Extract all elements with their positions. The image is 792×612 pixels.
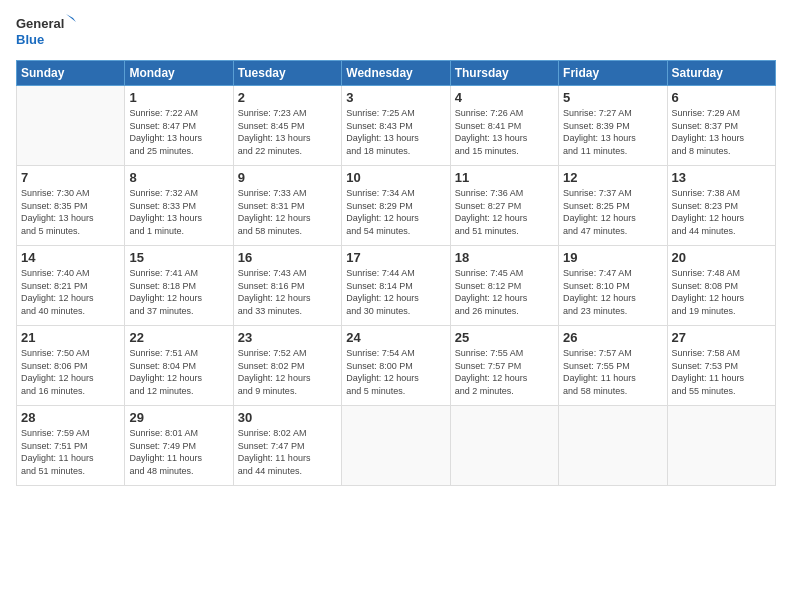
day-number: 25: [455, 330, 554, 345]
calendar-cell: 14Sunrise: 7:40 AM Sunset: 8:21 PM Dayli…: [17, 246, 125, 326]
calendar-cell: 4Sunrise: 7:26 AM Sunset: 8:41 PM Daylig…: [450, 86, 558, 166]
day-info: Sunrise: 7:47 AM Sunset: 8:10 PM Dayligh…: [563, 267, 662, 317]
day-number: 24: [346, 330, 445, 345]
day-number: 8: [129, 170, 228, 185]
day-number: 7: [21, 170, 120, 185]
calendar-cell: 8Sunrise: 7:32 AM Sunset: 8:33 PM Daylig…: [125, 166, 233, 246]
day-number: 27: [672, 330, 771, 345]
day-info: Sunrise: 7:54 AM Sunset: 8:00 PM Dayligh…: [346, 347, 445, 397]
day-number: 14: [21, 250, 120, 265]
calendar-cell: 25Sunrise: 7:55 AM Sunset: 7:57 PM Dayli…: [450, 326, 558, 406]
day-info: Sunrise: 7:34 AM Sunset: 8:29 PM Dayligh…: [346, 187, 445, 237]
day-info: Sunrise: 7:37 AM Sunset: 8:25 PM Dayligh…: [563, 187, 662, 237]
day-info: Sunrise: 7:38 AM Sunset: 8:23 PM Dayligh…: [672, 187, 771, 237]
day-number: 12: [563, 170, 662, 185]
day-number: 4: [455, 90, 554, 105]
calendar-cell: 30Sunrise: 8:02 AM Sunset: 7:47 PM Dayli…: [233, 406, 341, 486]
svg-marker-2: [66, 14, 76, 22]
calendar-cell: 1Sunrise: 7:22 AM Sunset: 8:47 PM Daylig…: [125, 86, 233, 166]
day-number: 29: [129, 410, 228, 425]
calendar-cell: 13Sunrise: 7:38 AM Sunset: 8:23 PM Dayli…: [667, 166, 775, 246]
day-info: Sunrise: 7:52 AM Sunset: 8:02 PM Dayligh…: [238, 347, 337, 397]
day-info: Sunrise: 7:59 AM Sunset: 7:51 PM Dayligh…: [21, 427, 120, 477]
calendar-cell: 12Sunrise: 7:37 AM Sunset: 8:25 PM Dayli…: [559, 166, 667, 246]
day-number: 19: [563, 250, 662, 265]
calendar-cell: 16Sunrise: 7:43 AM Sunset: 8:16 PM Dayli…: [233, 246, 341, 326]
day-info: Sunrise: 7:40 AM Sunset: 8:21 PM Dayligh…: [21, 267, 120, 317]
calendar-cell: 24Sunrise: 7:54 AM Sunset: 8:00 PM Dayli…: [342, 326, 450, 406]
weekday-header: Sunday: [17, 61, 125, 86]
day-number: 1: [129, 90, 228, 105]
weekday-header: Tuesday: [233, 61, 341, 86]
day-info: Sunrise: 7:58 AM Sunset: 7:53 PM Dayligh…: [672, 347, 771, 397]
day-info: Sunrise: 7:33 AM Sunset: 8:31 PM Dayligh…: [238, 187, 337, 237]
day-info: Sunrise: 7:44 AM Sunset: 8:14 PM Dayligh…: [346, 267, 445, 317]
day-number: 22: [129, 330, 228, 345]
day-info: Sunrise: 7:57 AM Sunset: 7:55 PM Dayligh…: [563, 347, 662, 397]
day-info: Sunrise: 7:22 AM Sunset: 8:47 PM Dayligh…: [129, 107, 228, 157]
logo: General Blue: [16, 12, 76, 52]
day-number: 11: [455, 170, 554, 185]
calendar-cell: 29Sunrise: 8:01 AM Sunset: 7:49 PM Dayli…: [125, 406, 233, 486]
calendar-cell: 23Sunrise: 7:52 AM Sunset: 8:02 PM Dayli…: [233, 326, 341, 406]
day-number: 5: [563, 90, 662, 105]
day-number: 10: [346, 170, 445, 185]
calendar-cell: 19Sunrise: 7:47 AM Sunset: 8:10 PM Dayli…: [559, 246, 667, 326]
calendar-cell: 17Sunrise: 7:44 AM Sunset: 8:14 PM Dayli…: [342, 246, 450, 326]
day-info: Sunrise: 7:25 AM Sunset: 8:43 PM Dayligh…: [346, 107, 445, 157]
calendar-cell: 20Sunrise: 7:48 AM Sunset: 8:08 PM Dayli…: [667, 246, 775, 326]
calendar-cell: 2Sunrise: 7:23 AM Sunset: 8:45 PM Daylig…: [233, 86, 341, 166]
day-info: Sunrise: 7:43 AM Sunset: 8:16 PM Dayligh…: [238, 267, 337, 317]
calendar-cell: [17, 86, 125, 166]
day-info: Sunrise: 7:32 AM Sunset: 8:33 PM Dayligh…: [129, 187, 228, 237]
weekday-header: Thursday: [450, 61, 558, 86]
day-info: Sunrise: 7:30 AM Sunset: 8:35 PM Dayligh…: [21, 187, 120, 237]
day-number: 15: [129, 250, 228, 265]
calendar-cell: 7Sunrise: 7:30 AM Sunset: 8:35 PM Daylig…: [17, 166, 125, 246]
calendar-cell: 10Sunrise: 7:34 AM Sunset: 8:29 PM Dayli…: [342, 166, 450, 246]
day-number: 26: [563, 330, 662, 345]
day-number: 16: [238, 250, 337, 265]
day-info: Sunrise: 7:26 AM Sunset: 8:41 PM Dayligh…: [455, 107, 554, 157]
svg-text:Blue: Blue: [16, 32, 44, 47]
day-info: Sunrise: 7:50 AM Sunset: 8:06 PM Dayligh…: [21, 347, 120, 397]
day-number: 3: [346, 90, 445, 105]
day-number: 9: [238, 170, 337, 185]
day-number: 17: [346, 250, 445, 265]
day-number: 28: [21, 410, 120, 425]
day-info: Sunrise: 7:48 AM Sunset: 8:08 PM Dayligh…: [672, 267, 771, 317]
calendar-cell: 28Sunrise: 7:59 AM Sunset: 7:51 PM Dayli…: [17, 406, 125, 486]
weekday-header: Saturday: [667, 61, 775, 86]
calendar-cell: 26Sunrise: 7:57 AM Sunset: 7:55 PM Dayli…: [559, 326, 667, 406]
day-info: Sunrise: 7:51 AM Sunset: 8:04 PM Dayligh…: [129, 347, 228, 397]
day-number: 30: [238, 410, 337, 425]
day-number: 23: [238, 330, 337, 345]
day-info: Sunrise: 7:29 AM Sunset: 8:37 PM Dayligh…: [672, 107, 771, 157]
calendar-cell: 18Sunrise: 7:45 AM Sunset: 8:12 PM Dayli…: [450, 246, 558, 326]
calendar-cell: [342, 406, 450, 486]
calendar-cell: 21Sunrise: 7:50 AM Sunset: 8:06 PM Dayli…: [17, 326, 125, 406]
calendar-cell: 27Sunrise: 7:58 AM Sunset: 7:53 PM Dayli…: [667, 326, 775, 406]
calendar-cell: 5Sunrise: 7:27 AM Sunset: 8:39 PM Daylig…: [559, 86, 667, 166]
weekday-header: Friday: [559, 61, 667, 86]
day-info: Sunrise: 7:41 AM Sunset: 8:18 PM Dayligh…: [129, 267, 228, 317]
day-number: 13: [672, 170, 771, 185]
day-info: Sunrise: 8:02 AM Sunset: 7:47 PM Dayligh…: [238, 427, 337, 477]
day-number: 2: [238, 90, 337, 105]
calendar-cell: [559, 406, 667, 486]
day-info: Sunrise: 8:01 AM Sunset: 7:49 PM Dayligh…: [129, 427, 228, 477]
day-info: Sunrise: 7:45 AM Sunset: 8:12 PM Dayligh…: [455, 267, 554, 317]
calendar-cell: [667, 406, 775, 486]
day-number: 6: [672, 90, 771, 105]
day-number: 18: [455, 250, 554, 265]
day-info: Sunrise: 7:23 AM Sunset: 8:45 PM Dayligh…: [238, 107, 337, 157]
day-info: Sunrise: 7:27 AM Sunset: 8:39 PM Dayligh…: [563, 107, 662, 157]
weekday-header: Wednesday: [342, 61, 450, 86]
calendar-cell: 9Sunrise: 7:33 AM Sunset: 8:31 PM Daylig…: [233, 166, 341, 246]
weekday-header: Monday: [125, 61, 233, 86]
day-info: Sunrise: 7:55 AM Sunset: 7:57 PM Dayligh…: [455, 347, 554, 397]
svg-text:General: General: [16, 16, 64, 31]
calendar-cell: 6Sunrise: 7:29 AM Sunset: 8:37 PM Daylig…: [667, 86, 775, 166]
day-number: 21: [21, 330, 120, 345]
calendar-cell: 15Sunrise: 7:41 AM Sunset: 8:18 PM Dayli…: [125, 246, 233, 326]
